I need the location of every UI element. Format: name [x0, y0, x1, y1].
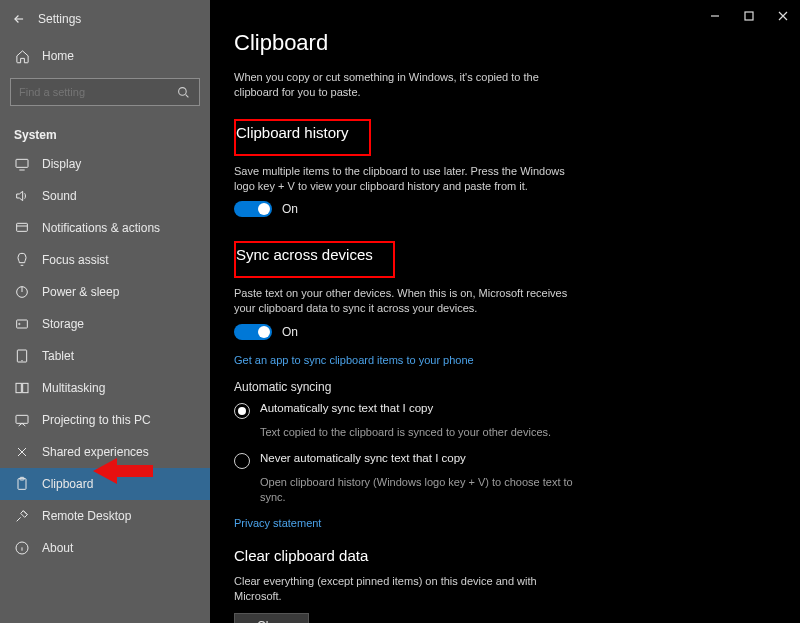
highlight-clipboard-history: Clipboard history [234, 119, 371, 156]
sync-heading: Sync across devices [236, 246, 379, 263]
sidebar-item-tablet[interactable]: Tablet [0, 340, 210, 372]
sidebar-item-display[interactable]: Display [0, 148, 210, 180]
about-icon [14, 540, 30, 556]
svg-rect-9 [16, 415, 28, 423]
sidebar-item-storage[interactable]: Storage [0, 308, 210, 340]
section-label: System [0, 118, 210, 148]
maximize-button[interactable] [732, 2, 766, 30]
radio-never-sync[interactable]: Never automatically sync text that I cop… [234, 452, 776, 469]
search-input[interactable] [10, 78, 200, 106]
page-intro: When you copy or cut something in Window… [234, 70, 574, 101]
radio-label: Never automatically sync text that I cop… [260, 452, 466, 464]
svg-rect-1 [16, 159, 28, 167]
window-title: Settings [38, 12, 81, 26]
sync-toggle[interactable]: On [234, 324, 776, 340]
search-icon [175, 84, 191, 100]
radio-unchecked-icon [234, 453, 250, 469]
clipboard-history-heading: Clipboard history [236, 124, 355, 141]
svg-rect-8 [23, 383, 28, 392]
radio-never-sub: Open clipboard history (Windows logo key… [260, 475, 600, 505]
settings-content: Clipboard When you copy or cut something… [210, 0, 800, 623]
sidebar-item-label: Projecting to this PC [42, 413, 151, 427]
radio-auto-sub: Text copied to the clipboard is synced t… [260, 425, 600, 440]
autosync-heading: Automatic syncing [234, 380, 776, 394]
toggle-on-icon [234, 201, 272, 217]
toggle-on-icon [234, 324, 272, 340]
sidebar-item-label: About [42, 541, 73, 555]
sidebar-item-label: Power & sleep [42, 285, 119, 299]
sidebar-item-label: Focus assist [42, 253, 109, 267]
sidebar-item-label: Notifications & actions [42, 221, 160, 235]
display-icon [14, 156, 30, 172]
search-field[interactable] [19, 86, 175, 98]
focus-icon [14, 252, 30, 268]
svg-point-0 [178, 87, 186, 95]
home-nav[interactable]: Home [0, 40, 210, 72]
sidebar-item-label: Display [42, 157, 81, 171]
radio-label: Automatically sync text that I copy [260, 402, 433, 414]
remote-icon [14, 508, 30, 524]
back-icon[interactable] [12, 12, 26, 26]
sidebar-item-shared[interactable]: Shared experiences [0, 436, 210, 468]
clear-heading: Clear clipboard data [234, 547, 776, 564]
close-button[interactable] [766, 2, 800, 30]
privacy-link[interactable]: Privacy statement [234, 517, 776, 529]
clipboard-icon [14, 476, 30, 492]
sidebar-item-multitasking[interactable]: Multitasking [0, 372, 210, 404]
sidebar-item-label: Multitasking [42, 381, 105, 395]
sync-desc: Paste text on your other devices. When t… [234, 286, 574, 316]
multitasking-icon [14, 380, 30, 396]
svg-point-5 [19, 323, 20, 324]
settings-sidebar: Settings Home System Display Sound [0, 0, 210, 623]
shared-icon [14, 444, 30, 460]
svg-rect-2 [17, 223, 28, 231]
notifications-icon [14, 220, 30, 236]
radio-checked-icon [234, 403, 250, 419]
clipboard-history-desc: Save multiple items to the clipboard to … [234, 164, 574, 194]
tablet-icon [14, 348, 30, 364]
clear-button[interactable]: Clear [234, 613, 309, 623]
svg-rect-13 [745, 12, 753, 20]
radio-auto-sync[interactable]: Automatically sync text that I copy [234, 402, 776, 419]
sidebar-item-notifications[interactable]: Notifications & actions [0, 212, 210, 244]
toggle-state: On [282, 202, 298, 216]
clipboard-history-toggle[interactable]: On [234, 201, 776, 217]
sidebar-item-focus[interactable]: Focus assist [0, 244, 210, 276]
sidebar-item-label: Sound [42, 189, 77, 203]
clear-desc: Clear everything (except pinned items) o… [234, 574, 574, 604]
sidebar-item-about[interactable]: About [0, 532, 210, 564]
window-controls [698, 0, 800, 32]
sidebar-item-label: Clipboard [42, 477, 93, 491]
sidebar-item-label: Tablet [42, 349, 74, 363]
projecting-icon [14, 412, 30, 428]
power-icon [14, 284, 30, 300]
highlight-sync-devices: Sync across devices [234, 241, 395, 278]
sidebar-item-label: Storage [42, 317, 84, 331]
svg-rect-7 [16, 383, 21, 392]
get-app-link[interactable]: Get an app to sync clipboard items to yo… [234, 354, 776, 366]
page-title: Clipboard [234, 30, 776, 56]
sidebar-item-power[interactable]: Power & sleep [0, 276, 210, 308]
home-label: Home [42, 49, 74, 63]
sidebar-item-sound[interactable]: Sound [0, 180, 210, 212]
home-icon [14, 48, 30, 64]
sidebar-item-projecting[interactable]: Projecting to this PC [0, 404, 210, 436]
sound-icon [14, 188, 30, 204]
toggle-state: On [282, 325, 298, 339]
minimize-button[interactable] [698, 2, 732, 30]
sidebar-item-label: Remote Desktop [42, 509, 131, 523]
storage-icon [14, 316, 30, 332]
sidebar-item-label: Shared experiences [42, 445, 149, 459]
sidebar-item-clipboard[interactable]: Clipboard [0, 468, 210, 500]
sidebar-item-remote[interactable]: Remote Desktop [0, 500, 210, 532]
